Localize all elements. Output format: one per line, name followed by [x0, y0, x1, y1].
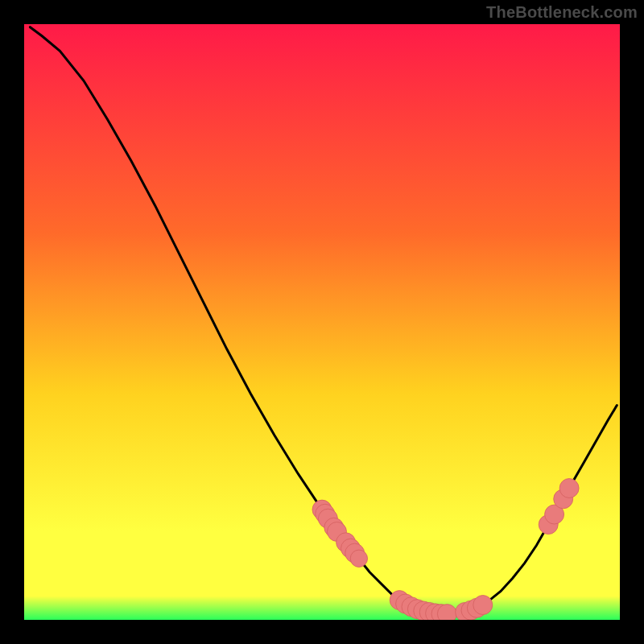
plot-area — [24, 24, 620, 620]
data-marker — [437, 605, 456, 620]
data-marker — [350, 550, 367, 567]
gradient-background — [24, 24, 620, 620]
data-marker — [473, 596, 493, 615]
data-marker — [559, 478, 579, 497]
watermark-text: TheBottleneck.com — [486, 3, 638, 22]
chart-frame: TheBottleneck.com — [0, 0, 644, 644]
bottleneck-curve-chart — [24, 24, 620, 620]
